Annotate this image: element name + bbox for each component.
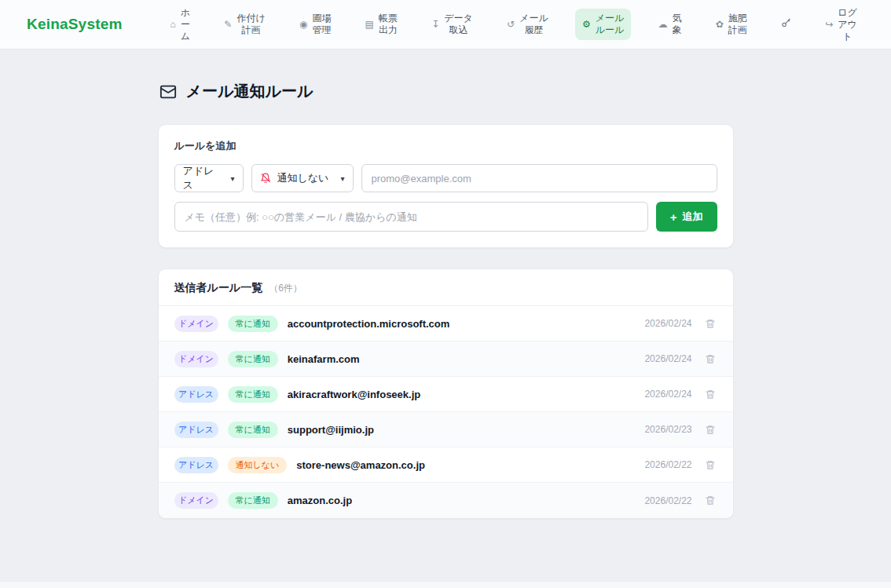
rule-row: アドレス 常に通知 support@iijmio.jp 2026/02/23: [159, 412, 733, 447]
nav-item-mail-history[interactable]: ↺ メール 履歴: [500, 9, 556, 40]
nav-item-home[interactable]: ⌂ ホ ー ム: [163, 3, 198, 46]
rule-type-select[interactable]: アドレス ▾: [174, 164, 244, 192]
rule-date: 2026/02/24: [644, 318, 691, 329]
rule-kind-badge: アドレス: [174, 457, 218, 473]
plus-icon: +: [670, 211, 677, 223]
add-rule-section-title: ルールを追加: [174, 139, 717, 153]
nav-label: 施肥 計画: [728, 13, 747, 36]
rule-date: 2026/02/23: [644, 424, 691, 435]
nav-label: 気 象: [672, 13, 681, 36]
sender-rules-title: 送信者ルール一覧: [174, 281, 263, 295]
add-rule-memo-row: + 追加: [174, 202, 717, 232]
delete-rule-button[interactable]: [703, 422, 717, 437]
nav-item-logout[interactable]: ↪ ログ アウ ト: [818, 3, 864, 46]
delete-rule-button[interactable]: [703, 387, 717, 402]
rule-date: 2026/02/24: [644, 353, 691, 364]
pencil-icon: ✎: [224, 19, 232, 31]
key-icon: [781, 18, 791, 31]
add-rule-button-label: 追加: [683, 210, 703, 224]
rule-date: 2026/02/24: [644, 389, 691, 400]
delete-rule-button[interactable]: [703, 316, 717, 331]
rule-action-badge: 常に通知: [228, 316, 278, 332]
main-nav: ⌂ ホ ー ム ✎ 作付け 計画 ◉ 圃場 管理 ▤ 帳票 出力 ↧ データ 取…: [163, 3, 864, 46]
map-pin-icon: ◉: [299, 19, 307, 31]
rule-kind-badge: アドレス: [174, 422, 218, 438]
cloud-icon: ☁: [658, 19, 667, 31]
delete-rule-button[interactable]: [703, 493, 717, 508]
rule-target: amazon.co.jp: [288, 495, 352, 506]
home-icon: ⌂: [170, 19, 176, 31]
nav-item-mail-rules[interactable]: ⚙ メール ルール: [575, 9, 631, 40]
chevron-down-icon: ▾: [230, 174, 234, 183]
nav-item-report-output[interactable]: ▤ 帳票 出力: [358, 9, 405, 40]
mail-icon: [160, 83, 177, 100]
rule-kind-badge: アドレス: [174, 386, 218, 403]
add-rule-card: ルールを追加 アドレス ▾ 通知しない ▾ + 追加: [158, 124, 734, 248]
rule-row: ドメイン 常に通知 keinafarm.com 2026/02/24: [159, 341, 733, 377]
rule-kind-badge: ドメイン: [174, 492, 218, 509]
sender-rules-count: （6件）: [269, 282, 302, 295]
rule-action-select-value: 通知しない: [277, 171, 329, 185]
rule-target: keinafarm.com: [288, 353, 360, 365]
top-navbar: KeinaSystem ⌂ ホ ー ム ✎ 作付け 計画 ◉ 圃場 管理 ▤ 帳…: [0, 0, 891, 49]
rule-action-badge: 通知しない: [228, 457, 288, 473]
rule-target: akiracraftwork@infoseek.jp: [288, 389, 420, 400]
history-icon: ↺: [507, 19, 515, 31]
rule-type-select-value: アドレス: [183, 164, 223, 192]
bottom-strip: [0, 582, 891, 588]
sender-rules-header: 送信者ルール一覧 （6件）: [159, 269, 733, 306]
page-title-row: メール通知ルール: [158, 81, 734, 102]
rule-memo-input[interactable]: [174, 202, 648, 232]
nav-label: ログ アウ ト: [838, 7, 857, 42]
rule-row: ドメイン 常に通知 accountprotection.microsoft.co…: [159, 306, 733, 341]
delete-rule-button[interactable]: [703, 352, 717, 367]
main-content: メール通知ルール ルールを追加 アドレス ▾ 通知しない ▾: [158, 49, 734, 519]
rule-target: accountprotection.microsoft.com: [288, 318, 450, 330]
nav-item-password-key[interactable]: [774, 14, 798, 35]
nav-item-planting-plan[interactable]: ✎ 作付け 計画: [217, 9, 272, 40]
rule-target-input[interactable]: [361, 164, 717, 192]
delete-rule-button[interactable]: [703, 458, 717, 473]
brand-logo[interactable]: KeinaSystem: [27, 16, 123, 33]
nav-label: メール 履歴: [519, 13, 548, 36]
rule-action-select[interactable]: 通知しない ▾: [251, 164, 354, 192]
add-rule-controls-row: アドレス ▾ 通知しない ▾: [174, 164, 717, 192]
download-icon: ↧: [431, 19, 439, 31]
page-title: メール通知ルール: [186, 81, 314, 102]
nav-item-field-management[interactable]: ◉ 圃場 管理: [292, 9, 338, 40]
document-icon: ▤: [365, 19, 374, 31]
rule-action-badge: 常に通知: [228, 386, 278, 403]
rule-row: アドレス 通知しない store-news@amazon.co.jp 2026/…: [159, 447, 733, 483]
sprout-icon: ✿: [716, 19, 724, 31]
rule-action-badge: 常に通知: [228, 422, 278, 438]
chevron-down-icon: ▾: [340, 174, 344, 183]
nav-item-weather[interactable]: ☁ 気 象: [651, 9, 688, 40]
bell-slash-icon: [260, 173, 271, 184]
nav-label: データ 取込: [444, 13, 473, 36]
nav-item-fertilization-plan[interactable]: ✿ 施肥 計画: [709, 9, 754, 40]
rule-target: support@iijmio.jp: [288, 424, 374, 436]
rule-row: アドレス 常に通知 akiracraftwork@infoseek.jp 202…: [159, 377, 733, 412]
rule-date: 2026/02/22: [644, 495, 691, 506]
nav-label: 作付け 計画: [236, 13, 265, 36]
logout-icon: ↪: [825, 19, 833, 31]
rule-kind-badge: ドメイン: [174, 316, 218, 332]
nav-label: 帳票 出力: [379, 13, 398, 36]
rule-target: store-news@amazon.co.jp: [296, 459, 425, 471]
nav-item-data-import[interactable]: ↧ データ 取込: [424, 9, 480, 40]
sender-rules-list: ドメイン 常に通知 accountprotection.microsoft.co…: [159, 306, 733, 518]
nav-label: メール ルール: [596, 13, 625, 36]
rule-row: ドメイン 常に通知 amazon.co.jp 2026/02/22: [159, 483, 733, 518]
gear-icon: ⚙: [582, 19, 591, 31]
rule-kind-badge: ドメイン: [174, 351, 218, 367]
rule-date: 2026/02/22: [644, 459, 691, 470]
sender-rules-card: 送信者ルール一覧 （6件） ドメイン 常に通知 accountprotectio…: [158, 268, 734, 519]
rule-action-badge: 常に通知: [228, 351, 278, 367]
nav-label: ホ ー ム: [181, 7, 190, 42]
rule-action-badge: 常に通知: [228, 492, 278, 509]
add-rule-button[interactable]: + 追加: [656, 202, 717, 232]
nav-label: 圃場 管理: [312, 13, 331, 36]
